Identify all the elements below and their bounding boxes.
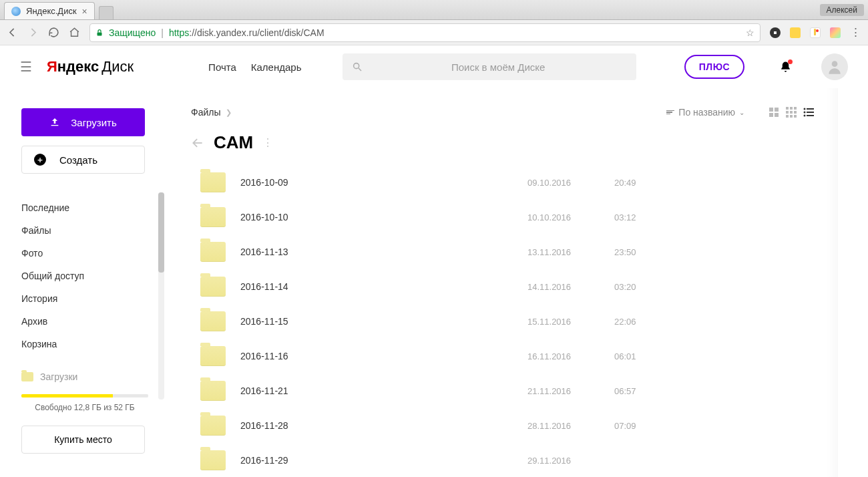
folder-icon bbox=[200, 242, 226, 262]
file-time: 23:50 bbox=[614, 247, 636, 257]
new-tab-button[interactable] bbox=[99, 6, 114, 19]
close-icon[interactable]: × bbox=[82, 6, 87, 17]
bell-icon[interactable] bbox=[779, 61, 792, 73]
table-row[interactable]: 2016-11-1515.11.201622:06 bbox=[191, 304, 814, 339]
reload-icon[interactable] bbox=[48, 27, 59, 38]
grid-small-icon[interactable] bbox=[786, 107, 797, 118]
tab-title: Яндекс.Диск bbox=[26, 6, 77, 16]
home-icon[interactable] bbox=[69, 27, 80, 38]
back-icon[interactable] bbox=[7, 27, 18, 38]
kebab-icon[interactable]: ⋮ bbox=[262, 136, 273, 149]
back-arrow-icon[interactable] bbox=[191, 136, 204, 150]
svg-rect-5 bbox=[769, 108, 773, 112]
create-button[interactable]: ＋ Создать bbox=[21, 146, 145, 174]
sort-label: По названию bbox=[678, 107, 735, 118]
breadcrumb-root[interactable]: Файлы bbox=[191, 107, 220, 118]
sort-dropdown[interactable]: По названию ⌄ bbox=[666, 107, 744, 118]
table-row[interactable]: 2016-10-1010.10.201603:12 bbox=[191, 200, 814, 234]
table-row[interactable]: 2016-11-2828.11.201607:09 bbox=[191, 408, 814, 443]
folder-icon bbox=[200, 172, 226, 192]
storage-bar bbox=[21, 394, 148, 398]
table-row[interactable]: 2016-11-1313.11.201623:50 bbox=[191, 234, 814, 269]
sidebar-item-recent[interactable]: Последние bbox=[21, 196, 156, 219]
svg-point-1 bbox=[354, 63, 359, 69]
table-row[interactable]: 2016-11-1414.11.201603:20 bbox=[191, 269, 814, 304]
sidebar-item-photo[interactable]: Фото bbox=[21, 242, 156, 265]
file-name: 2016-11-13 bbox=[240, 247, 527, 257]
buy-storage-button[interactable]: Купить место bbox=[21, 426, 145, 454]
file-date: 28.11.2016 bbox=[527, 421, 614, 431]
create-label: Создать bbox=[59, 154, 97, 166]
storage-meter: Свободно 12,8 ГБ из 52 ГБ bbox=[21, 394, 156, 412]
svg-rect-0 bbox=[97, 32, 102, 35]
secure-label: Защищено bbox=[109, 27, 156, 38]
svg-rect-15 bbox=[786, 115, 789, 118]
browser-tab[interactable]: Яндекс.Диск × bbox=[4, 2, 95, 19]
nav-mail[interactable]: Почта bbox=[208, 61, 236, 73]
svg-point-18 bbox=[804, 108, 806, 110]
app-root: ☰ Яндекс Диск Почта Календарь ПЛЮС bbox=[0, 45, 868, 477]
extension-icon[interactable] bbox=[830, 27, 841, 38]
address-bar[interactable]: Защищено | https://disk.yandex.ru/client… bbox=[89, 23, 761, 42]
app-header: ☰ Яндекс Диск Почта Календарь ПЛЮС bbox=[0, 45, 868, 88]
svg-rect-21 bbox=[807, 112, 814, 113]
file-date: 16.11.2016 bbox=[527, 351, 614, 361]
upload-button[interactable]: Загрузить bbox=[21, 108, 145, 136]
breadcrumb[interactable]: Файлы ❯ bbox=[191, 107, 232, 118]
sidebar-item-files[interactable]: Файлы bbox=[21, 219, 156, 242]
folder-icon bbox=[200, 416, 226, 436]
list-icon[interactable] bbox=[803, 107, 814, 118]
sidebar-item-archive[interactable]: Архив bbox=[21, 310, 156, 333]
file-date: 14.11.2016 bbox=[527, 282, 614, 292]
upload-icon bbox=[49, 117, 60, 128]
hamburger-icon[interactable]: ☰ bbox=[20, 59, 32, 75]
sidebar-item-shared[interactable]: Общий доступ bbox=[21, 265, 156, 287]
logo[interactable]: Яндекс Диск bbox=[47, 58, 134, 75]
file-date: 15.11.2016 bbox=[527, 317, 614, 327]
table-row[interactable]: 2016-11-1616.11.201606:01 bbox=[191, 339, 814, 373]
file-time: 22:06 bbox=[614, 317, 636, 327]
sidebar-item-trash[interactable]: Корзина bbox=[21, 333, 156, 355]
folder-icon bbox=[200, 381, 226, 401]
url-separator: | bbox=[161, 27, 164, 38]
extension-icon[interactable] bbox=[790, 27, 801, 38]
nav-calendar[interactable]: Календарь bbox=[251, 61, 302, 73]
file-date: 09.10.2016 bbox=[527, 178, 614, 188]
file-date: 29.11.2016 bbox=[527, 456, 614, 466]
file-time: 03:20 bbox=[614, 282, 636, 292]
file-time: 03:12 bbox=[614, 212, 636, 222]
svg-point-22 bbox=[804, 115, 806, 117]
plus-button[interactable]: ПЛЮС bbox=[684, 55, 744, 79]
notification-dot-icon bbox=[788, 59, 793, 64]
browser-profile-chip[interactable]: Алексей bbox=[820, 4, 864, 16]
extension-icon[interactable] bbox=[770, 27, 781, 38]
sidebar-scrollbar[interactable] bbox=[158, 192, 164, 400]
star-icon[interactable]: ☆ bbox=[746, 27, 754, 38]
search-icon bbox=[352, 61, 363, 72]
menu-icon[interactable]: ⋮ bbox=[850, 25, 861, 39]
view-controls bbox=[769, 107, 814, 118]
table-row[interactable]: 2016-10-0909.10.201620:49 bbox=[191, 165, 814, 200]
search-box[interactable] bbox=[343, 53, 636, 80]
file-date: 13.11.2016 bbox=[527, 247, 614, 257]
file-time: 07:09 bbox=[614, 421, 636, 431]
svg-rect-17 bbox=[794, 115, 797, 118]
folder-icon bbox=[21, 372, 33, 381]
sidebar-item-history[interactable]: История bbox=[21, 287, 156, 310]
page-title: CAM bbox=[214, 132, 253, 153]
search-input[interactable] bbox=[369, 61, 626, 73]
file-name: 2016-11-21 bbox=[240, 385, 527, 396]
extension-icon[interactable] bbox=[810, 27, 821, 38]
grid-large-icon[interactable] bbox=[769, 107, 779, 118]
folder-icon bbox=[200, 277, 226, 297]
table-row[interactable]: 2016-11-2929.11.2016 bbox=[191, 443, 814, 477]
sidebar: Загрузить ＋ Создать Последние Файлы Фото… bbox=[0, 88, 167, 477]
file-date: 21.11.2016 bbox=[527, 386, 614, 396]
sidebar-item-downloads[interactable]: Загрузки bbox=[21, 371, 156, 382]
file-name: 2016-11-28 bbox=[240, 420, 527, 431]
avatar[interactable] bbox=[821, 53, 848, 80]
table-row[interactable]: 2016-11-2121.11.201606:57 bbox=[191, 373, 814, 408]
svg-rect-7 bbox=[769, 113, 773, 117]
svg-rect-4 bbox=[51, 125, 59, 126]
file-name: 2016-11-29 bbox=[240, 455, 527, 466]
